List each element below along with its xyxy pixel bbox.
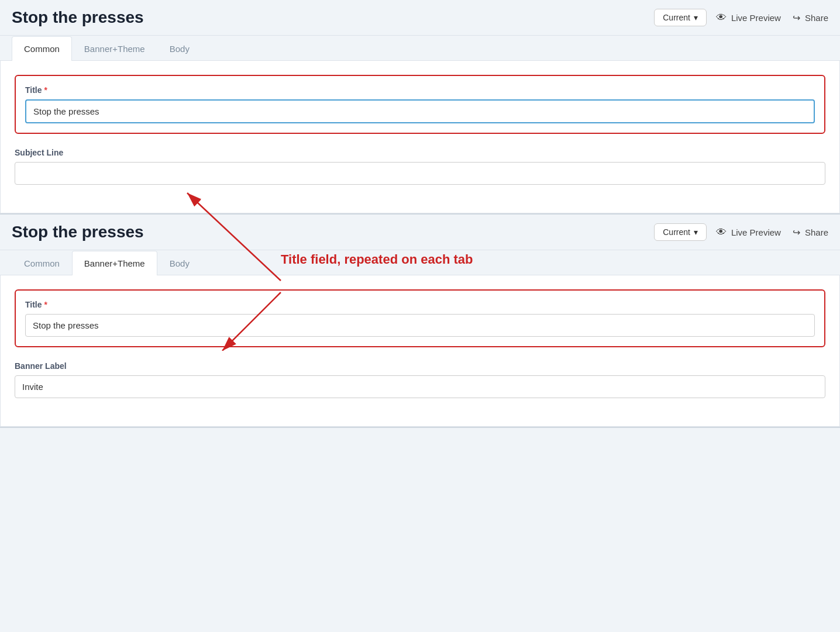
bottom-header-actions: 👁 Live Preview ↪ Share xyxy=(716,226,828,239)
bottom-title-label: Title * xyxy=(25,300,815,309)
top-live-preview-label: Live Preview xyxy=(731,13,781,23)
bottom-banner-label-label: Banner Label xyxy=(15,361,825,371)
top-title-input[interactable] xyxy=(25,99,815,123)
bottom-content: Title * Banner Label xyxy=(0,275,840,427)
top-tab-body[interactable]: Body xyxy=(157,36,202,61)
top-tab-banner-theme[interactable]: Banner+Theme xyxy=(72,36,157,61)
bottom-title-input[interactable] xyxy=(25,314,815,337)
top-version-chevron: ▾ xyxy=(694,13,698,22)
page-wrapper: Stop the presses Current ▾ 👁 Live Previe… xyxy=(0,0,840,632)
top-tab-common[interactable]: Common xyxy=(12,36,72,61)
top-share-icon: ↪ xyxy=(793,12,800,23)
top-tabs: Common Banner+Theme Body xyxy=(0,36,840,61)
bottom-share-button[interactable]: ↪ Share xyxy=(793,227,828,238)
bottom-share-label: Share xyxy=(805,227,828,237)
bottom-live-preview-button[interactable]: 👁 Live Preview xyxy=(716,226,781,239)
top-title-required-star: * xyxy=(44,85,47,95)
bottom-banner-label-input[interactable] xyxy=(15,375,825,398)
bottom-share-icon: ↪ xyxy=(793,227,800,238)
bottom-tab-body[interactable]: Body xyxy=(157,251,202,275)
bottom-live-preview-label: Live Preview xyxy=(731,227,781,237)
bottom-version-chevron: ▾ xyxy=(694,227,698,237)
bottom-tab-banner-theme[interactable]: Banner+Theme xyxy=(72,251,157,275)
top-content: Title * Subject Line xyxy=(0,61,840,213)
bottom-tab-common[interactable]: Common xyxy=(12,251,72,275)
top-header-actions: 👁 Live Preview ↪ Share xyxy=(716,12,828,24)
top-version-dropdown[interactable]: Current ▾ xyxy=(654,9,707,26)
top-title-field-group: Title * xyxy=(15,75,825,134)
top-subject-line-field-group: Subject Line xyxy=(15,148,825,185)
bottom-page-title: Stop the presses xyxy=(12,223,645,241)
bottom-header: Stop the presses Current ▾ 👁 Live Previe… xyxy=(0,215,840,250)
top-header: Stop the presses Current ▾ 👁 Live Previe… xyxy=(0,0,840,36)
bottom-version-label: Current xyxy=(663,227,690,237)
top-live-preview-button[interactable]: 👁 Live Preview xyxy=(716,12,781,24)
bottom-banner-label-field-group: Banner Label xyxy=(15,361,825,398)
top-subject-line-label: Subject Line xyxy=(15,148,825,157)
top-subject-line-input[interactable] xyxy=(15,162,825,185)
top-eye-icon: 👁 xyxy=(716,12,727,24)
top-section: Stop the presses Current ▾ 👁 Live Previe… xyxy=(0,0,840,215)
bottom-version-dropdown[interactable]: Current ▾ xyxy=(654,223,707,241)
top-title-label: Title * xyxy=(25,85,815,95)
bottom-eye-icon: 👁 xyxy=(716,226,727,239)
top-version-label: Current xyxy=(663,13,690,22)
top-share-button[interactable]: ↪ Share xyxy=(793,12,828,23)
top-page-title: Stop the presses xyxy=(12,8,645,27)
bottom-tabs: Common Banner+Theme Body xyxy=(0,250,840,275)
bottom-title-required-star: * xyxy=(44,300,47,309)
bottom-title-field-group: Title * xyxy=(15,289,825,347)
bottom-section: Stop the presses Current ▾ 👁 Live Previe… xyxy=(0,215,840,428)
top-share-label: Share xyxy=(805,13,828,23)
